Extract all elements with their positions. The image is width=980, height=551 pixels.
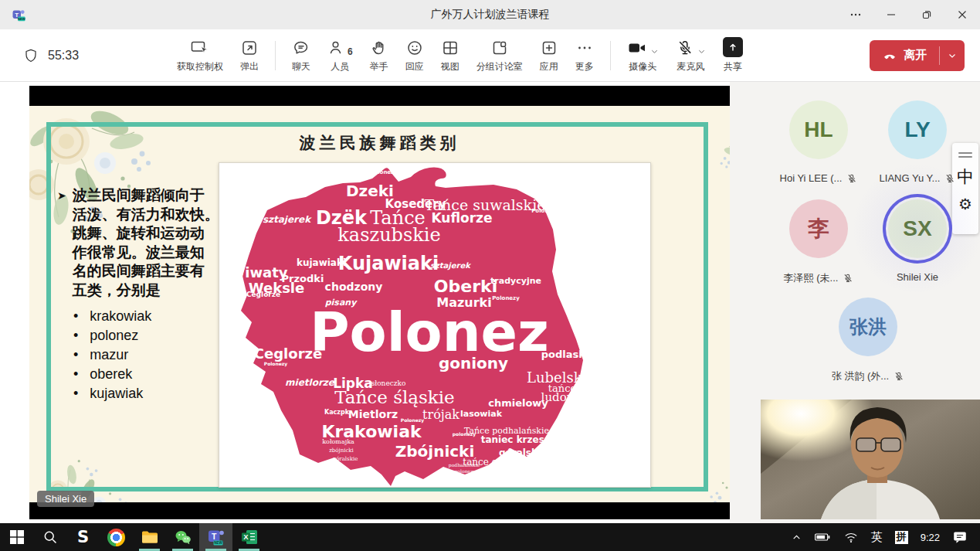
wordcloud-word: zbójnicki xyxy=(329,447,354,454)
participant-tile[interactable]: SXShilei Xie xyxy=(860,199,975,283)
svg-text:T: T xyxy=(211,532,216,541)
taskbar-explorer-icon[interactable] xyxy=(133,523,166,551)
participant-tile[interactable]: 张洪张 洪韵 (外... xyxy=(810,298,926,383)
shared-screen: 波兰民族舞蹈类别 ➤ 波兰民间舞蹈倾向于活泼、有活力和欢快。跳舞、旋转和运动动作… xyxy=(29,86,730,519)
wordcloud-word: Polonezy xyxy=(264,361,288,367)
avatar: LY xyxy=(888,100,947,159)
apps-label: 应用 xyxy=(540,60,558,73)
wordcloud-word: sztajerek xyxy=(430,261,471,270)
self-video-tile[interactable] xyxy=(761,400,980,519)
paragraph-line: 作很常见。波兰最知 xyxy=(73,243,219,263)
restore-button[interactable] xyxy=(909,0,944,29)
mic-muted-icon xyxy=(846,173,857,184)
wifi-icon[interactable] xyxy=(843,531,859,543)
leave-options-chevron[interactable] xyxy=(940,40,965,71)
wordcloud-word: kołomajka xyxy=(322,438,354,445)
wordcloud-word: Polonezy xyxy=(370,169,398,175)
rooms-icon xyxy=(490,39,509,57)
poland-wordcloud-box: PolonezyDzekiKosederyTańce suwalskieDzëk… xyxy=(219,162,651,488)
smiley-icon xyxy=(405,39,424,57)
leave-button[interactable]: 离开 xyxy=(870,40,965,71)
window-titlebar: TNEW 广外万人计划波兰语课程 xyxy=(0,0,980,29)
chat-icon xyxy=(292,39,310,57)
avatar: 李 xyxy=(789,199,848,258)
svg-text:X: X xyxy=(243,532,249,541)
apps-icon xyxy=(540,39,558,57)
tray-chevron-up-icon[interactable] xyxy=(792,532,802,542)
taskbar-start-icon[interactable] xyxy=(0,523,33,551)
input-language-indicator[interactable]: 英 xyxy=(871,530,883,545)
paragraph-line: 活泼、有活力和欢快。 xyxy=(73,206,219,225)
toolbar-separator xyxy=(275,41,276,70)
smiley-button[interactable]: 回应 xyxy=(397,33,432,77)
screen-control-button[interactable]: 获取控制权 xyxy=(168,33,232,77)
taskbar-clock[interactable]: 9:22 xyxy=(921,532,940,543)
wordcloud-word: sztajerek xyxy=(263,214,312,225)
popout-icon xyxy=(240,39,259,57)
meeting-toolbar: 55:33 获取控制权弹出聊天6人员举手回应视图分组讨论室应用更多摄像头麦克风共… xyxy=(0,29,980,82)
wordcloud-word: Polonezy xyxy=(574,393,602,400)
taskbar-wechat-icon[interactable] xyxy=(166,523,199,551)
wordcloud-word: Kaczpk xyxy=(324,409,350,416)
taskbar-chrome-icon[interactable] xyxy=(100,523,133,551)
apps-button[interactable]: 应用 xyxy=(531,33,567,77)
rooms-label: 分组讨论室 xyxy=(476,60,523,73)
grid-button[interactable]: 视图 xyxy=(432,33,468,77)
taskbar-search-icon[interactable] xyxy=(33,523,66,551)
popout-button[interactable]: 弹出 xyxy=(232,33,267,77)
chat-label: 聊天 xyxy=(292,60,310,73)
paragraph-line: 五类，分别是 xyxy=(73,281,219,301)
taskbar-excel-icon[interactable]: X xyxy=(232,523,266,551)
mic-muted-button[interactable]: 麦克风 xyxy=(667,33,714,77)
more-button[interactable]: 更多 xyxy=(567,33,602,77)
dance-bullet-item: oberek xyxy=(73,365,151,384)
toolbar-separator xyxy=(610,41,611,70)
people-label: 人员 xyxy=(331,60,349,73)
screen-control-label: 获取控制权 xyxy=(177,60,223,73)
paragraph-line: 名的民间舞蹈主要有 xyxy=(73,262,219,281)
hangup-phone-icon xyxy=(882,48,897,63)
mic-muted-icon xyxy=(843,273,853,284)
wordcloud-word: kaszubskie xyxy=(337,224,440,246)
wordcloud-word: góralskie xyxy=(333,456,358,462)
meeting-stage: 波兰民族舞蹈类别 ➤ 波兰民间舞蹈倾向于活泼、有活力和欢快。跳舞、旋转和运动动作… xyxy=(0,82,980,523)
hand-icon xyxy=(370,39,388,57)
wordcloud-word: Ceglorze xyxy=(254,345,322,362)
notification-icon[interactable] xyxy=(952,530,968,544)
wordcloud-word: goniony xyxy=(439,354,508,372)
wordcloud-word: trójak xyxy=(422,407,459,422)
share-label: 共享 xyxy=(724,60,742,73)
svg-text:NEW: NEW xyxy=(214,541,222,545)
camera-options-chevron[interactable] xyxy=(650,47,659,56)
people-button[interactable]: 6人员 xyxy=(319,33,361,77)
battery-icon[interactable] xyxy=(814,531,831,543)
close-button[interactable] xyxy=(944,0,980,29)
wordcloud-word: podhalańskie xyxy=(449,462,480,468)
chat-button[interactable]: 聊天 xyxy=(283,33,319,77)
grid-icon xyxy=(441,39,459,57)
wordcloud-word: polonezy xyxy=(455,468,476,474)
rooms-button[interactable]: 分组讨论室 xyxy=(468,33,531,77)
hand-button[interactable]: 举手 xyxy=(361,33,397,77)
participant-name: 李泽熙 (未... xyxy=(784,271,839,285)
wordcloud-word: chmielowy xyxy=(488,397,548,409)
titlebar-more-button[interactable] xyxy=(838,0,873,29)
more-icon xyxy=(575,39,594,57)
share-button[interactable]: 共享 xyxy=(714,33,751,77)
participant-name: 张 洪韵 (外... xyxy=(832,369,889,383)
wordcloud-word: mietlorze xyxy=(285,377,335,388)
dance-bullet-item: kujawiak xyxy=(73,384,151,403)
minimize-button[interactable] xyxy=(873,0,909,29)
mic-muted-options-chevron[interactable] xyxy=(697,47,706,56)
ime-mode-indicator[interactable]: 拼 xyxy=(895,531,908,544)
presentation-slide: 波兰民族舞蹈类别 ➤ 波兰民间舞蹈倾向于活泼、有活力和欢快。跳舞、旋转和运动动作… xyxy=(29,106,730,502)
avatar: HL xyxy=(789,100,848,159)
camera-icon xyxy=(627,39,647,57)
taskbar-teams-icon[interactable]: TNEW xyxy=(199,523,232,551)
taskbar-s-app-icon[interactable]: S xyxy=(66,523,100,551)
presenter-name-chip: Shilei Xie xyxy=(37,491,94,507)
window-title: 广外万人计划波兰语课程 xyxy=(0,8,980,22)
toolbar-buttons: 获取控制权弹出聊天6人员举手回应视图分组讨论室应用更多摄像头麦克风共享 xyxy=(168,33,751,77)
wordcloud-word: tradycyjne xyxy=(490,276,541,286)
camera-button[interactable]: 摄像头 xyxy=(619,33,667,77)
